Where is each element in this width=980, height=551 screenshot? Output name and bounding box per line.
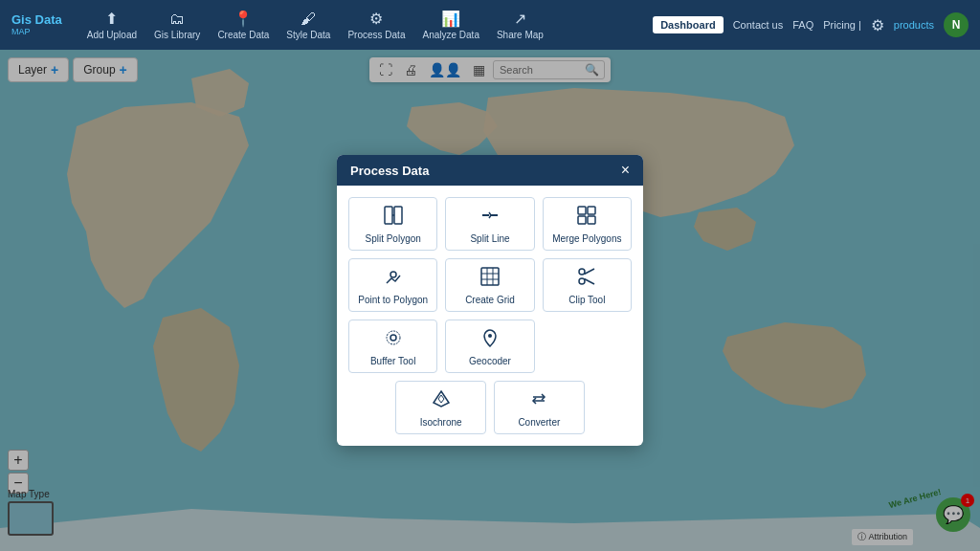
map-container: ⛶ 🖨 👤👤 ▦ 🔍 Layer + Group + + − Map Type … [0, 50, 980, 551]
user-avatar[interactable]: N [944, 12, 969, 37]
nav-gis-library[interactable]: 🗂 Gis Library [154, 11, 200, 40]
create-grid-tool[interactable]: Create Grid [445, 258, 534, 312]
nav-right: Dashboard Contact us FAQ Pricing | ⚙ pro… [653, 12, 969, 37]
svg-line-19 [585, 279, 595, 285]
analyze-data-icon: 📊 [441, 10, 460, 28]
style-data-icon: 🖌 [301, 11, 316, 28]
logo-area: Gis Data MAP [11, 13, 62, 35]
dashboard-button[interactable]: Dashboard [653, 16, 723, 33]
split-polygon-tool[interactable]: Split Polygon [348, 197, 437, 251]
share-map-icon: ↗ [514, 10, 526, 28]
nav-left: Gis Data MAP ⬆ Add Upload 🗂 Gis Library … [11, 10, 544, 40]
split-line-label: Split Line [470, 233, 509, 244]
process-data-modal: Process Data × Split Polygon Split Line [337, 155, 643, 446]
buffer-tool-icon [384, 328, 403, 352]
isochrone-label: Isochrone [420, 417, 462, 428]
split-line-tool[interactable]: Split Line [445, 197, 534, 251]
geocoder-label: Geocoder [469, 356, 511, 366]
faq-link[interactable]: FAQ [792, 19, 813, 31]
create-data-icon: 📍 [234, 10, 253, 28]
process-data-icon: ⚙ [369, 10, 383, 28]
nav-process-data[interactable]: ⚙ Process Data [347, 10, 405, 40]
svg-rect-11 [481, 268, 499, 285]
isochrone-icon [432, 389, 451, 413]
clip-tool-label: Clip Tool [568, 295, 605, 305]
svg-point-21 [387, 331, 400, 344]
logo-title: Gis Data [11, 13, 62, 27]
converter-label: Converter [518, 417, 560, 428]
split-line-icon [480, 206, 500, 230]
svg-marker-24 [438, 395, 444, 403]
nav-create-data[interactable]: 📍 Create Data [217, 10, 269, 40]
clip-tool-icon [577, 267, 596, 291]
svg-point-20 [390, 335, 396, 341]
modal-body: Split Polygon Split Line Merge Polygons [337, 186, 643, 446]
settings-icon[interactable]: ⚙ [871, 16, 884, 34]
converter-tool[interactable]: Converter [494, 381, 585, 434]
clip-tool-tool[interactable]: Clip Tool [543, 258, 632, 312]
buffer-tool-tool[interactable]: Buffer Tool [348, 320, 437, 373]
svg-rect-1 [385, 207, 392, 224]
nav-gis-library-label: Gis Library [154, 30, 200, 40]
svg-rect-6 [578, 207, 586, 214]
modal-close-button[interactable]: × [621, 163, 630, 178]
modal-overlay[interactable]: Process Data × Split Polygon Split Line [0, 50, 980, 551]
nav-process-data-label: Process Data [347, 30, 405, 40]
modal-header: Process Data × [337, 155, 643, 186]
svg-line-18 [585, 269, 595, 275]
products-link[interactable]: products [894, 19, 934, 31]
nav-style-data-label: Style Data [286, 30, 330, 40]
add-upload-icon: ⬆ [105, 10, 118, 28]
merge-polygons-tool[interactable]: Merge Polygons [543, 197, 632, 251]
svg-point-17 [579, 278, 585, 284]
nav-analyze-data[interactable]: 📊 Analyze Data [422, 10, 479, 40]
create-grid-icon [480, 267, 500, 291]
modal-last-row: Isochrone Converter [348, 381, 632, 434]
nav-share-map-label: Share Map [497, 30, 544, 40]
nav-create-data-label: Create Data [217, 30, 269, 40]
logo-subtitle: MAP [11, 28, 31, 36]
nav-add-upload-label: Add Upload [87, 30, 137, 40]
nav-style-data[interactable]: 🖌 Style Data [286, 11, 330, 40]
svg-marker-23 [434, 391, 449, 407]
split-polygon-label: Split Polygon [365, 233, 420, 244]
merge-polygons-label: Merge Polygons [552, 233, 621, 244]
isochrone-tool[interactable]: Isochrone [395, 381, 486, 434]
point-to-polygon-tool[interactable]: Point to Polygon [348, 258, 437, 312]
gis-library-icon: 🗂 [169, 11, 185, 28]
svg-point-22 [488, 334, 492, 338]
svg-point-16 [579, 269, 585, 275]
contact-link[interactable]: Contact us [733, 19, 784, 31]
create-grid-label: Create Grid [465, 295, 515, 305]
navbar: Gis Data MAP ⬆ Add Upload 🗂 Gis Library … [0, 0, 980, 50]
pricing-link[interactable]: Pricing | [823, 19, 861, 31]
nav-analyze-data-label: Analyze Data [422, 30, 479, 40]
svg-rect-7 [588, 207, 595, 214]
buffer-tool-label: Buffer Tool [370, 356, 415, 366]
svg-rect-2 [394, 207, 402, 224]
svg-rect-8 [578, 216, 586, 224]
geocoder-icon [480, 328, 500, 352]
merge-polygons-icon [577, 206, 596, 230]
point-to-polygon-icon [384, 267, 403, 291]
svg-point-10 [390, 272, 396, 277]
modal-title: Process Data [350, 164, 429, 178]
svg-rect-9 [588, 216, 595, 224]
point-to-polygon-label: Point to Polygon [358, 295, 428, 305]
geocoder-tool[interactable]: Geocoder [445, 320, 534, 373]
converter-icon [529, 389, 548, 413]
nav-add-upload[interactable]: ⬆ Add Upload [87, 10, 137, 40]
split-polygon-icon [384, 206, 403, 230]
nav-share-map[interactable]: ↗ Share Map [497, 10, 544, 40]
